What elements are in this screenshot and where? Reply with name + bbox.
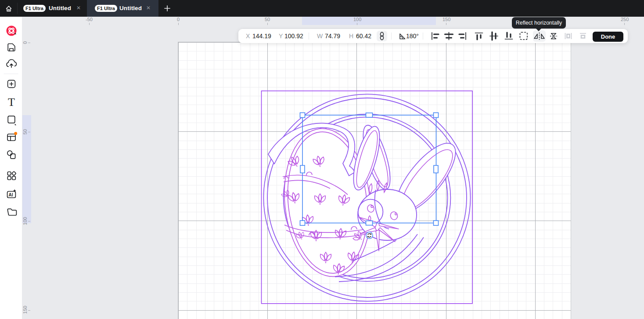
svg-text:T: T — [8, 96, 15, 109]
svg-text:Al: Al — [9, 192, 13, 197]
